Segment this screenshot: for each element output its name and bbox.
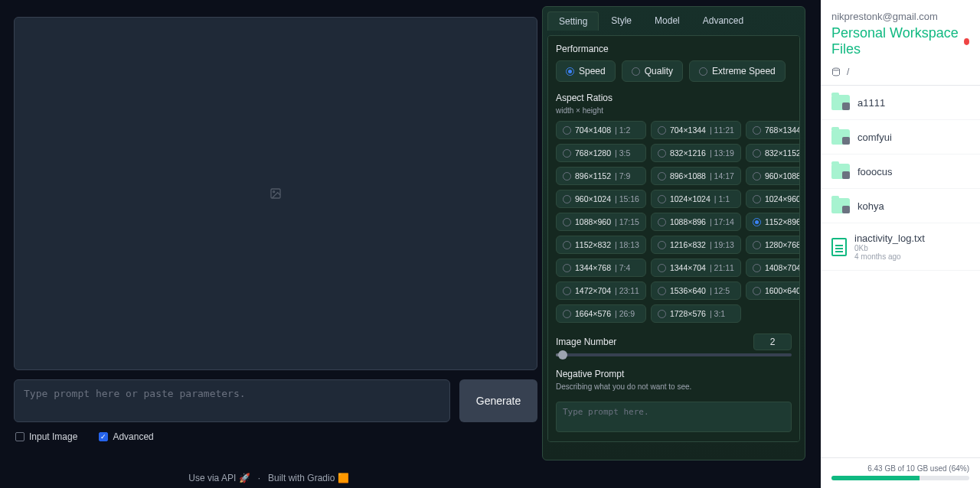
- breadcrumb[interactable]: /: [821, 63, 980, 86]
- folder-name: fooocus: [858, 166, 893, 177]
- aspect-option[interactable]: 832×1152 | 13:18: [746, 144, 800, 162]
- aspect-res: 704×1408: [575, 125, 611, 135]
- aspect-option[interactable]: 1344×768 | 7:4: [556, 259, 646, 277]
- aspect-option[interactable]: 1344×704 | 21:11: [651, 259, 741, 277]
- aspect-option[interactable]: 1088×896 | 17:14: [651, 213, 741, 231]
- workspace-title[interactable]: Personal Workspace Files: [831, 25, 969, 57]
- aspect-res: 1280×768: [765, 240, 800, 249]
- aspect-option[interactable]: 1152×896 | 9:7: [746, 213, 800, 231]
- image-number-input[interactable]: [753, 333, 792, 350]
- tab-setting[interactable]: Setting: [547, 11, 599, 31]
- aspect-option[interactable]: 1024×1024 | 1:1: [651, 190, 741, 208]
- use-api-link[interactable]: Use via API: [188, 473, 236, 483]
- radio-icon: [632, 67, 640, 76]
- aspect-res: 1728×576: [670, 309, 706, 318]
- aspect-res: 1024×1024: [670, 194, 710, 203]
- aspect-res: 1600×640: [765, 286, 800, 295]
- aspect-option[interactable]: 1024×960 | 16:15: [746, 190, 800, 208]
- file-list[interactable]: a1111comfyuifooocuskohyainactivity_log.t…: [821, 86, 980, 457]
- aspect-res: 832×1216: [670, 148, 706, 158]
- usage-fill: [831, 476, 920, 480]
- rocket-icon: 🚀: [239, 473, 250, 483]
- bottom-checks: Input Image Advanced: [15, 431, 154, 442]
- radio-icon: [658, 218, 666, 226]
- aspect-ratio: | 7:4: [615, 263, 630, 272]
- aspect-ratio: | 19:13: [710, 240, 734, 249]
- settings-body[interactable]: Performance SpeedQualityExtreme Speed As…: [547, 35, 800, 442]
- aspect-option[interactable]: 832×1216 | 13:19: [651, 144, 741, 162]
- performance-option-quality[interactable]: Quality: [622, 60, 683, 82]
- aspect-option[interactable]: 1152×832 | 18:13: [556, 236, 646, 254]
- radio-icon: [563, 218, 571, 226]
- generate-button[interactable]: Generate: [459, 379, 537, 422]
- file-icon: [831, 238, 847, 256]
- aspect-option[interactable]: 1600×640 | 5:2: [746, 281, 800, 300]
- file-sidebar: nikprestonk@gmail.com Personal Workspace…: [821, 0, 980, 488]
- radio-icon: [753, 241, 761, 249]
- built-with-link[interactable]: Built with Gradio: [268, 473, 335, 483]
- image-number-row: Image Number: [556, 333, 792, 350]
- aspect-option[interactable]: 704×1344 | 11:21: [651, 121, 741, 139]
- folder-row[interactable]: kohya: [821, 189, 980, 223]
- aspect-res: 1088×896: [670, 217, 706, 226]
- aspect-option[interactable]: 1664×576 | 26:9: [556, 304, 646, 323]
- aspect-res: 1152×896: [765, 217, 800, 226]
- aspect-option[interactable]: 1216×832 | 19:13: [651, 236, 741, 254]
- aspect-option[interactable]: 896×1152 | 7:9: [556, 167, 646, 185]
- tab-model[interactable]: Model: [644, 11, 691, 31]
- radio-icon: [658, 195, 666, 203]
- aspect-option[interactable]: 768×1280 | 3:5: [556, 144, 646, 162]
- folder-row[interactable]: comfyui: [821, 120, 980, 155]
- aspect-grid: 704×1408 | 1:2704×1344 | 11:21768×1344 |…: [556, 121, 792, 323]
- radio-icon: [563, 264, 571, 272]
- radio-icon: [563, 310, 571, 318]
- aspect-ratio: | 17:15: [615, 217, 639, 226]
- aspect-option[interactable]: 1728×576 | 3:1: [651, 304, 741, 323]
- breadcrumb-path: /: [847, 67, 849, 77]
- tab-advanced[interactable]: Advanced: [692, 11, 754, 31]
- aspect-option[interactable]: 1472×704 | 23:11: [556, 281, 646, 300]
- aspect-option[interactable]: 704×1408 | 1:2: [556, 121, 646, 139]
- radio-icon: [753, 218, 761, 226]
- aspect-option[interactable]: 896×1088 | 14:17: [651, 167, 741, 185]
- prompt-input[interactable]: [14, 379, 450, 422]
- folder-row[interactable]: fooocus: [821, 155, 980, 189]
- aspect-res: 960×1088: [765, 171, 800, 181]
- aspect-option[interactable]: 1088×960 | 17:15: [556, 213, 646, 231]
- aspect-res: 1344×768: [575, 263, 611, 272]
- option-label: Quality: [645, 66, 673, 76]
- aspect-ratio: | 21:11: [710, 263, 734, 272]
- radio-icon: [753, 287, 761, 295]
- aspect-ratio: | 11:21: [710, 125, 734, 135]
- aspect-ratio: | 7:9: [615, 171, 630, 181]
- folder-icon: [831, 198, 850, 213]
- radio-icon: [753, 172, 761, 181]
- performance-option-speed[interactable]: Speed: [556, 60, 616, 82]
- aspect-res: 1408×704: [765, 263, 800, 272]
- aspect-option[interactable]: 960×1088 | 15:17: [746, 167, 800, 185]
- input-image-check[interactable]: Input Image: [15, 431, 77, 442]
- radio-icon: [658, 264, 666, 272]
- tab-style[interactable]: Style: [600, 11, 642, 31]
- file-row[interactable]: inactivity_log.txt0Kb4 months ago: [821, 223, 980, 271]
- tabs: Setting Style Model Advanced: [547, 11, 800, 31]
- performance-option-extreme-speed[interactable]: Extreme Speed: [689, 60, 786, 82]
- slider-thumb[interactable]: [558, 350, 567, 359]
- aspect-option[interactable]: 1408×704 | 2:1: [746, 259, 800, 277]
- aspect-option[interactable]: 1280×768 | 5:3: [746, 236, 800, 254]
- preview-box[interactable]: [14, 17, 537, 370]
- aspect-option[interactable]: 960×1024 | 15:16: [556, 190, 646, 208]
- advanced-check[interactable]: Advanced: [99, 431, 153, 442]
- aspect-option[interactable]: 1536×640 | 12:5: [651, 281, 741, 300]
- image-number-slider[interactable]: [556, 353, 792, 356]
- aspect-res: 960×1024: [575, 194, 611, 203]
- file-size: 0Kb: [854, 244, 925, 252]
- settings-panel: Setting Style Model Advanced Performance…: [542, 6, 805, 460]
- folder-row[interactable]: a1111: [821, 86, 980, 120]
- radio-icon: [563, 172, 571, 181]
- usage-bar: [831, 476, 969, 480]
- negative-input[interactable]: [556, 402, 792, 432]
- aspect-res: 1536×640: [670, 286, 706, 295]
- aspect-option[interactable]: 768×1344 | 4:7: [746, 121, 800, 139]
- aspect-res: 832×1152: [765, 148, 800, 158]
